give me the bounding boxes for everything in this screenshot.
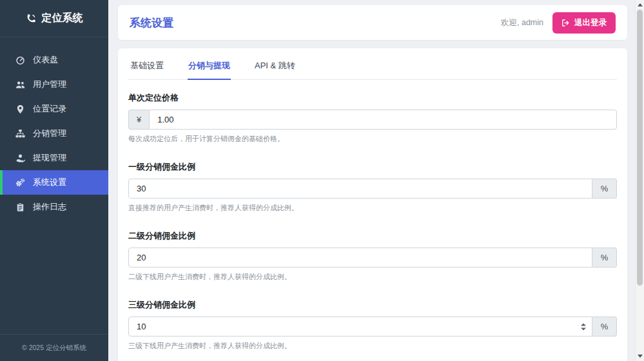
percent-suffix: %	[592, 179, 617, 199]
sidebar-item-label: 仪表盘	[33, 54, 58, 66]
sidebar-item-users[interactable]: 用户管理	[0, 72, 108, 97]
tab-distribution-withdrawal[interactable]: 分销与提现	[188, 57, 231, 80]
level3-commission-input[interactable]	[128, 317, 592, 337]
dashboard-icon	[15, 55, 25, 65]
field-level3-commission: 三级分销佣金比例 % 三级下线用户产生消费时，推荐人获得的分成比例。	[128, 299, 617, 351]
sidebar-item-label: 系统设置	[33, 177, 66, 188]
field-help: 二级下线用户产生消费时，推荐人获得的分成比例。	[128, 272, 617, 282]
settings-tabs: 基础设置 分销与提现 API & 跳转	[128, 57, 617, 80]
percent-suffix: %	[592, 248, 617, 268]
page-title: 系统设置	[130, 15, 173, 30]
page-header: 系统设置 欢迎, admin 退出登录	[118, 5, 627, 40]
single-locate-price-input[interactable]	[149, 110, 617, 130]
sidebar-item-label: 用户管理	[33, 79, 66, 90]
field-label: 单次定位价格	[128, 92, 617, 104]
percent-suffix: %	[592, 317, 617, 337]
log-icon	[15, 202, 25, 212]
field-label: 三级分销佣金比例	[128, 299, 617, 311]
sidebar-item-label: 操作日志	[33, 201, 66, 213]
sidebar-item-settings[interactable]: 系统设置	[0, 170, 108, 195]
app-title: 定位系统	[42, 12, 83, 25]
scroll-down-arrow-icon[interactable]	[638, 355, 643, 358]
sidebar: 定位系统 仪表盘 用户管理 位置记录	[0, 0, 108, 361]
sidebar-item-label: 提现管理	[33, 152, 66, 164]
tab-api-redirect[interactable]: API & 跳转	[254, 57, 296, 79]
sidebar-item-label: 分销管理	[33, 128, 66, 139]
header-right: 欢迎, admin 退出登录	[501, 12, 616, 34]
withdraw-icon	[15, 153, 25, 163]
welcome-text: 欢迎, admin	[501, 17, 543, 28]
sidebar-item-label: 位置记录	[33, 103, 66, 115]
sidebar-item-logs[interactable]: 操作日志	[0, 195, 108, 219]
level2-commission-input[interactable]	[128, 248, 592, 268]
users-icon	[15, 80, 25, 90]
field-level1-commission: 一级分销佣金比例 % 直接推荐的用户产生消费时，推荐人获得的分成比例。	[128, 161, 617, 213]
field-single-locate-price: 单次定位价格 ¥ 每次成功定位后，用于计算分销佣金的基础价格。	[128, 92, 617, 144]
phone-signal-icon	[26, 13, 37, 24]
sidebar-item-dashboard[interactable]: 仪表盘	[0, 48, 108, 72]
input-group: %	[128, 317, 617, 337]
sign-out-icon	[561, 19, 570, 27]
input-group: ¥	[128, 110, 617, 130]
sidebar-menu: 仪表盘 用户管理 位置记录 分销管理	[0, 37, 108, 219]
settings-form: 单次定位价格 ¥ 每次成功定位后，用于计算分销佣金的基础价格。 一级分销佣金比例…	[128, 80, 617, 361]
sidebar-footer: © 2025 定位分销系统	[0, 334, 108, 361]
vertical-scrollbar[interactable]	[635, 0, 644, 361]
gears-icon	[15, 178, 25, 188]
settings-card: 基础设置 分销与提现 API & 跳转 单次定位价格 ¥ 每次成功定位后，用于计…	[118, 48, 627, 361]
sidebar-item-location-records[interactable]: 位置记录	[0, 97, 108, 121]
input-group: %	[128, 179, 617, 199]
scrollbar-thumb[interactable]	[637, 10, 643, 286]
sidebar-item-distribution[interactable]: 分销管理	[0, 121, 108, 146]
input-group: %	[128, 248, 617, 268]
field-label: 二级分销佣金比例	[128, 230, 617, 242]
field-label: 一级分销佣金比例	[128, 161, 617, 173]
field-level2-commission: 二级分销佣金比例 % 二级下线用户产生消费时，推荐人获得的分成比例。	[128, 230, 617, 282]
tab-basic-settings[interactable]: 基础设置	[130, 57, 164, 79]
field-help: 三级下线用户产生消费时，推荐人获得的分成比例。	[128, 341, 617, 351]
map-marker-icon	[15, 104, 25, 114]
currency-prefix: ¥	[128, 110, 149, 130]
number-spinner[interactable]	[581, 323, 586, 330]
sitemap-icon	[15, 129, 25, 139]
logout-button[interactable]: 退出登录	[552, 12, 616, 34]
scroll-up-arrow-icon[interactable]	[638, 3, 643, 6]
main-content: 系统设置 欢迎, admin 退出登录 基础设置 分销与提现 API & 跳转 …	[108, 0, 635, 361]
sidebar-item-withdrawals[interactable]: 提现管理	[0, 146, 108, 170]
logout-label: 退出登录	[574, 17, 607, 28]
field-help: 直接推荐的用户产生消费时，推荐人获得的分成比例。	[128, 203, 617, 213]
field-help: 每次成功定位后，用于计算分销佣金的基础价格。	[128, 134, 617, 144]
level1-commission-input[interactable]	[128, 179, 592, 199]
app-logo: 定位系统	[0, 0, 108, 37]
